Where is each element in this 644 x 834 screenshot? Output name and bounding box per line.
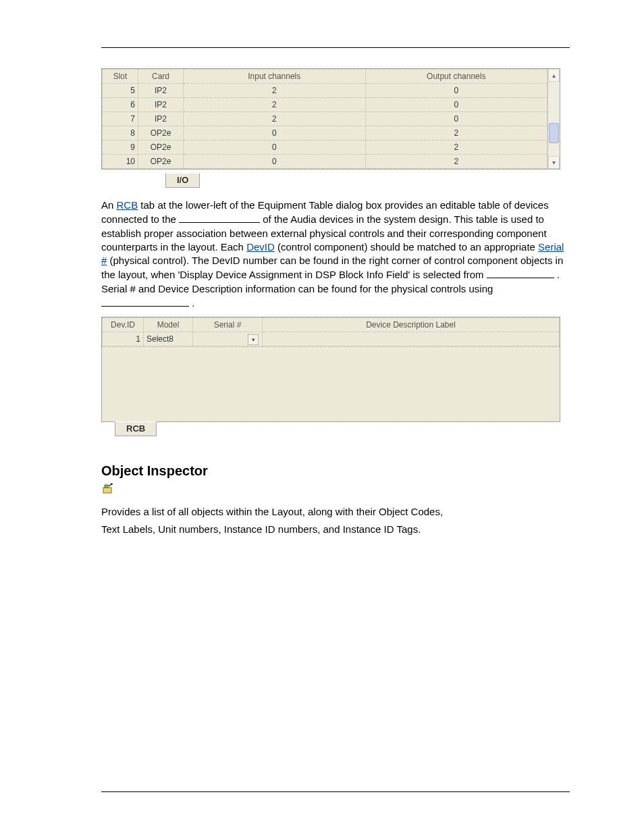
io-hdr-out: Output channels <box>365 70 547 84</box>
rcb-hdr-serial: Serial # <box>193 318 263 332</box>
rcb-panel: Dev.ID Model Serial # Device Description… <box>101 317 560 422</box>
blank-display-options <box>487 267 554 278</box>
io-hdr-slot: Slot <box>103 70 138 84</box>
rcb-paragraph: An RCB tab at the lower-left of the Equi… <box>101 199 570 310</box>
serial-field[interactable]: ▾ <box>193 332 263 346</box>
svg-rect-0 <box>103 488 111 493</box>
link-rcb[interactable]: RCB <box>117 199 138 211</box>
table-row[interactable]: 5 IP2 2 0 <box>103 84 547 98</box>
table-row[interactable]: 6 IP2 2 0 <box>103 98 547 112</box>
scroll-up-icon[interactable]: ▴ <box>548 69 560 82</box>
section-title-object-inspector: Object Inspector <box>101 463 570 479</box>
blank-device-maintenance <box>101 296 189 307</box>
table-row[interactable]: 9 OP2e 0 2 <box>103 140 547 155</box>
tab-rcb[interactable]: RCB <box>115 421 157 436</box>
link-devid[interactable]: DevID <box>246 241 275 253</box>
scroll-track[interactable] <box>548 82 560 156</box>
table-row[interactable]: 1 Select8 ▾ <box>103 332 560 346</box>
table-row[interactable]: 8 OP2e 0 2 <box>103 126 547 140</box>
tab-io[interactable]: I/O <box>165 173 200 188</box>
chevron-down-icon[interactable]: ▾ <box>248 334 259 345</box>
rcb-hdr-id: Dev.ID <box>103 318 144 332</box>
blank-remote-bus <box>179 212 260 223</box>
svg-point-2 <box>111 483 113 485</box>
obj-insp-p2: Text Labels, Unit numbers, Instance ID n… <box>101 523 570 536</box>
table-row[interactable]: 10 OP2e 0 2 <box>103 155 547 169</box>
io-scrollbar[interactable]: ▴ ▾ <box>547 69 560 169</box>
object-inspector-icon <box>101 483 113 495</box>
obj-insp-p1: Provides a list of all objects within th… <box>101 505 570 519</box>
rcb-table: Dev.ID Model Serial # Device Description… <box>102 317 560 346</box>
scroll-down-icon[interactable]: ▾ <box>548 156 560 169</box>
svg-rect-1 <box>105 485 108 488</box>
scroll-thumb[interactable] <box>549 123 559 143</box>
rcb-hdr-desc: Device Description Label <box>263 318 560 332</box>
io-table: Slot Card Input channels Output channels… <box>102 69 547 169</box>
io-hdr-in: Input channels <box>184 70 366 84</box>
rcb-hdr-model: Model <box>144 318 193 332</box>
io-panel: Slot Card Input channels Output channels… <box>101 68 560 170</box>
io-hdr-card: Card <box>138 70 184 84</box>
table-row[interactable]: 7 IP2 2 0 <box>103 112 547 126</box>
